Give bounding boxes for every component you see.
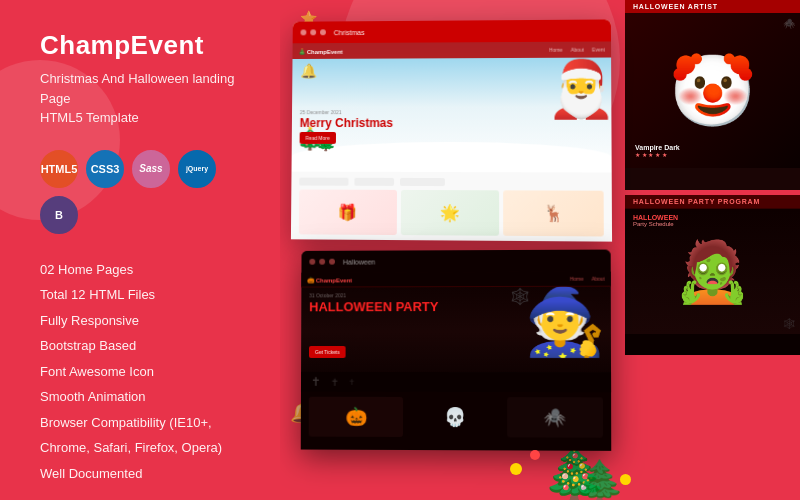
- halloween-witch-icon: 🧟: [675, 236, 750, 307]
- artist-name-card: Vampire Dark ★ ★ ★ ★ ★: [635, 144, 680, 158]
- feature-browser-list: Chrome, Safari, Firefox, Opera): [40, 438, 250, 458]
- ornament-red: [530, 450, 540, 460]
- xmas-nav-item-event: Event: [592, 47, 605, 53]
- feature-font-awesome: Font Awesome Icon: [40, 362, 250, 382]
- hw-nav-logo: 🎃 ChampEvent: [307, 276, 352, 283]
- xmas-footer-item-2: [354, 178, 394, 186]
- hw-ground-bar: ✝ ✝ ✝: [301, 372, 611, 392]
- halloween-party-label: HALLOWEEN PARTY PROGRAM: [625, 195, 800, 209]
- badge-css3: CSS3: [86, 150, 124, 188]
- xmas-card-3: 🦌: [503, 190, 603, 236]
- hw-dot-1: [309, 259, 315, 265]
- hw-browser-label: Halloween: [343, 258, 375, 265]
- xmas-nav-logo: 🎄 ChampEvent: [298, 47, 342, 54]
- hw-footer-cards: 🎃 💀 🕷️: [309, 397, 603, 438]
- cross-icon-1: ✝: [311, 375, 321, 389]
- halloween-artist-label: HALLOWEEN ARTIST: [625, 0, 800, 13]
- xmas-footer-item-1: [299, 178, 348, 186]
- cross-icon-3: ✝: [348, 377, 355, 386]
- xmas-footer-cards: 🎁 🌟 🦌: [299, 190, 604, 237]
- badge-bootstrap: B: [40, 196, 78, 234]
- badge-html5: HTML5: [40, 150, 78, 188]
- xmas-hero-section: 🎄 ChampEvent Home About Event 🎄 🌲 🎅 🔔 25…: [292, 41, 612, 172]
- xmas-snow-ground: [292, 142, 612, 173]
- ornament-gold-2: [620, 474, 631, 485]
- feature-bootstrap: Bootstrap Based: [40, 336, 250, 356]
- feature-browser-compat: Browser Compatibility (IE10+,: [40, 413, 250, 433]
- halloween-artist-panel: HALLOWEEN ARTIST 🤡 🕷️ Vampire Dark ★ ★ ★…: [625, 0, 800, 190]
- feature-animation: Smooth Animation: [40, 387, 250, 407]
- hw-witch-icon: 🧙: [524, 284, 606, 360]
- feature-html-files: Total 12 HTML Files: [40, 285, 250, 305]
- xmas-footer-item-3: [400, 178, 445, 186]
- ornament-gold: [510, 463, 522, 475]
- halloween-page-mockup: Halloween 🎃 ChampEvent Home About 🕸️ 🧙 3…: [301, 250, 612, 451]
- hw-card-2: 💀: [407, 397, 502, 437]
- tech-badges: HTML5 CSS3 Sass jQuery B: [40, 150, 250, 234]
- hw-hero-section: 🎃 ChampEvent Home About 🕸️ 🧙 31 October …: [301, 272, 611, 393]
- brand-title: ChampEvent: [40, 30, 250, 61]
- hw-nav-item-about: About: [591, 276, 604, 282]
- hw-mockup-header: Halloween: [301, 250, 610, 273]
- xmas-dot-2: [310, 29, 316, 35]
- xmas-dot-1: [300, 29, 306, 35]
- xmas-card-2: 🌟: [400, 190, 499, 236]
- badge-jquery: jQuery: [178, 150, 216, 188]
- hw-hero-text: 31 October 2021 HALLOWEEN PARTY: [309, 292, 438, 314]
- spider-web-icon: 🕸️: [783, 318, 795, 329]
- feature-documented: Well Documented: [40, 464, 250, 484]
- halloween-party-content: Halloween Party Schedule: [633, 214, 678, 227]
- hw-date-label: 31 October 2021: [309, 292, 438, 298]
- features-list: 02 Home Pages Total 12 HTML Files Fully …: [40, 260, 250, 484]
- halloween-artist-face-icon: 🤡: [669, 50, 756, 132]
- right-panel: HALLOWEEN ARTIST 🤡 🕷️ Vampire Dark ★ ★ ★…: [280, 0, 800, 500]
- hw-nav-bar: 🎃 ChampEvent Home About: [301, 272, 610, 288]
- xmas-nav-item-home: Home: [549, 47, 562, 53]
- cross-icon-2: ✝: [331, 376, 339, 387]
- halloween-artist-content: 🤡 🕷️ Vampire Dark ★ ★ ★ ★ ★: [625, 13, 800, 168]
- hw-card-1: 🎃: [309, 397, 404, 437]
- xmas-nav-item-about: About: [571, 47, 584, 53]
- hw-dot-3: [329, 259, 335, 265]
- hw-cta-button[interactable]: Get Tickets: [309, 340, 346, 358]
- hw-card-3: 🕷️: [507, 397, 603, 438]
- left-panel: ChampEvent Christmas And Halloween landi…: [0, 0, 280, 500]
- feature-home-pages: 02 Home Pages: [40, 260, 250, 280]
- feature-responsive: Fully Responsive: [40, 311, 250, 331]
- xmas-date-label: 25 December 2021: [300, 109, 393, 115]
- xmas-cta-button[interactable]: Read More: [300, 126, 336, 144]
- brand-subtitle: Christmas And Halloween landing Page HTM…: [40, 69, 250, 128]
- xmas-dot-3: [320, 29, 326, 35]
- christmas-mockup-container: Christmas 🎄 ChampEvent Home About Event …: [280, 20, 620, 480]
- halloween-party-panel: HALLOWEEN PARTY PROGRAM 🧟 Halloween Part…: [625, 195, 800, 355]
- badge-sass: Sass: [132, 150, 170, 188]
- hw-footer-section: 🎃 💀 🕷️: [301, 392, 612, 451]
- halloween-party-content: 🧟 Halloween Party Schedule 🕸️: [625, 209, 800, 334]
- hw-hero-title: HALLOWEEN PARTY: [309, 300, 438, 314]
- xmas-santa-icon: 🎅: [546, 56, 611, 121]
- xmas-browser-label: Christmas: [334, 29, 365, 36]
- xmas-footer-nav: [299, 178, 603, 187]
- hw-nav-item-home: Home: [570, 276, 583, 282]
- xmas-mockup-header: Christmas: [293, 19, 611, 43]
- xmas-footer-section: 🎁 🌟 🦌: [291, 172, 612, 242]
- christmas-page-mockup: Christmas 🎄 ChampEvent Home About Event …: [291, 19, 612, 241]
- spider-icon: 🕷️: [783, 18, 795, 29]
- xmas-card-1: 🎁: [299, 190, 397, 236]
- hw-dot-2: [319, 259, 325, 265]
- xmas-bell-icon: 🔔: [300, 63, 317, 79]
